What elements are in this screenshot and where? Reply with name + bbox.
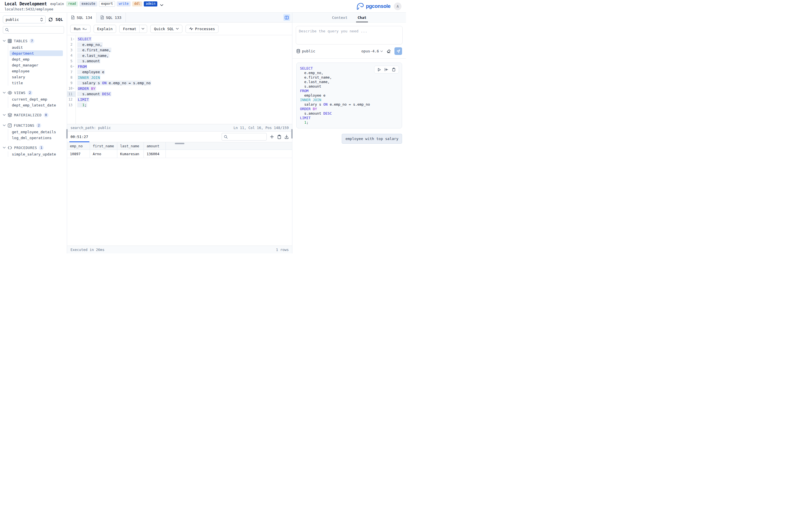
- sidebar-item-get_employee_details[interactable]: get_employee_details: [10, 129, 63, 135]
- editor-line-7[interactable]: 7 employee e: [67, 69, 292, 75]
- column-header-amount[interactable]: amount: [144, 142, 166, 150]
- quick-sql-button[interactable]: Quick SQL: [150, 25, 182, 33]
- editor-line-6[interactable]: 6▾FROM: [67, 64, 292, 69]
- sidebar-item-employee[interactable]: employee: [10, 68, 63, 74]
- sidebar-item-salary[interactable]: salary: [10, 74, 63, 80]
- line-code: INNER JOIN: [75, 75, 100, 80]
- run-button[interactable]: Run ⌘↵: [70, 25, 91, 33]
- line-number: 13: [68, 103, 72, 107]
- chevron-down-icon[interactable]: [3, 92, 6, 94]
- chevron-down-icon[interactable]: [3, 147, 6, 149]
- snippet-line: salary s ON e.emp_no = s.emp_no: [300, 102, 398, 107]
- result-tab-timestamp[interactable]: 00:51:27: [69, 131, 89, 142]
- format-button[interactable]: Format: [119, 25, 147, 33]
- results-search-input[interactable]: [221, 133, 267, 140]
- split-panel-icon[interactable]: [283, 14, 290, 21]
- sidebar-item-log_dml_operations[interactable]: log_dml_operations: [10, 135, 63, 140]
- column-header-last_name[interactable]: last_name: [117, 142, 144, 150]
- tab-sql-134[interactable]: SQL 134: [67, 13, 96, 22]
- sidebar-search-input[interactable]: [3, 26, 64, 34]
- section-header-procedures[interactable]: PROCEDURES1: [3, 144, 64, 151]
- sidebar-item-audit[interactable]: audit: [10, 45, 63, 50]
- refresh-icon[interactable]: [48, 17, 53, 22]
- insert-to-editor-icon[interactable]: [385, 68, 388, 71]
- user-avatar[interactable]: A: [394, 3, 402, 10]
- column-header-emp_no[interactable]: emp_no: [67, 142, 90, 150]
- editor-line-2[interactable]: 2 e.emp_no,: [67, 42, 292, 48]
- model-select[interactable]: opus-4.6: [361, 49, 383, 53]
- clear-chat-eraser-icon[interactable]: [386, 49, 391, 54]
- permission-badge-ddl[interactable]: ddl: [132, 1, 142, 7]
- schema-select[interactable]: public: [3, 15, 46, 23]
- editor-line-11[interactable]: 11 s.amount DESC: [67, 91, 292, 97]
- token: e.emp_no,: [300, 71, 323, 75]
- tab-context[interactable]: Context: [331, 13, 349, 22]
- tab-chat[interactable]: Chat: [356, 13, 368, 22]
- token: DESC: [102, 92, 111, 96]
- editor-line-13[interactable]: 13 1;: [67, 102, 292, 108]
- editor-line-5[interactable]: 5 s.amount: [67, 58, 292, 64]
- line-code: s.amount DESC: [75, 92, 111, 96]
- permission-badge-admin[interactable]: admin: [144, 1, 158, 7]
- sidebar-item-dept_emp_latest_date[interactable]: dept_emp_latest_date: [10, 102, 63, 108]
- chevron-down-icon[interactable]: [3, 114, 6, 116]
- quick-sql-chevron-down-icon: [176, 28, 179, 30]
- line-gutter: 13: [67, 102, 75, 108]
- sidebar-item-simple_salary_update[interactable]: simple_salary_update: [10, 151, 63, 157]
- fold-arrow-icon[interactable]: ▾: [72, 38, 75, 40]
- section-functions: fFUNCTIONS2get_employee_detailslog_dml_o…: [3, 122, 64, 140]
- permission-badge-write[interactable]: write: [117, 1, 131, 7]
- download-results-icon[interactable]: [285, 135, 289, 139]
- sql-mode-label[interactable]: SQL: [56, 17, 63, 22]
- editor-line-8[interactable]: 8INNER JOIN: [67, 75, 292, 80]
- results-resize-handle[interactable]: [175, 143, 185, 144]
- sidebar-item-dept_manager[interactable]: dept_manager: [10, 62, 63, 68]
- permission-badge-export[interactable]: export: [99, 1, 115, 7]
- table-row[interactable]: 10897ArnoKumaresan136004: [67, 150, 292, 158]
- chat-input[interactable]: Describe the query you need ...: [296, 26, 403, 45]
- editor-line-4[interactable]: 4 e.last_name,: [67, 53, 292, 59]
- panel-resize-handle[interactable]: [291, 129, 293, 138]
- run-snippet-play-icon[interactable]: [377, 68, 381, 71]
- svg-text:f: f: [9, 124, 11, 127]
- chat-schema-context[interactable]: public: [296, 49, 315, 53]
- user-message: employee with top salary: [342, 134, 402, 144]
- sql-editor[interactable]: 1▾SELECT2 e.emp_no,3 e.first_name,4 e.la…: [67, 35, 292, 124]
- fold-arrow-icon[interactable]: ▾: [72, 65, 75, 68]
- add-result-tab-icon[interactable]: [270, 135, 274, 139]
- copy-snippet-icon[interactable]: [392, 68, 396, 71]
- sidebar-item-department[interactable]: department: [10, 50, 63, 56]
- tab-sql-133[interactable]: SQL 133: [96, 13, 126, 22]
- sidebar-item-dept_emp[interactable]: dept_emp: [10, 56, 63, 62]
- connection-chevron-down-icon[interactable]: [160, 4, 163, 6]
- chevron-down-icon[interactable]: [3, 124, 6, 126]
- permission-badge-read[interactable]: read: [66, 1, 78, 7]
- section-header-views[interactable]: VIEWS2: [3, 89, 64, 96]
- line-number: 3: [70, 48, 72, 52]
- editor-line-1[interactable]: 1▾SELECT: [67, 36, 292, 42]
- section-header-materialized[interactable]: MATERIALIZED0: [3, 112, 64, 118]
- format-chevron-down-icon[interactable]: [142, 28, 144, 30]
- chevron-down-icon[interactable]: [3, 40, 6, 42]
- column-header-first_name[interactable]: first_name: [90, 142, 117, 150]
- editor-line-9[interactable]: 9 salary s ON e.emp_no = s.emp_no: [67, 80, 292, 86]
- fold-arrow-icon[interactable]: ▾: [72, 87, 75, 90]
- sidebar-item-current_dept_emp[interactable]: current_dept_emp: [10, 96, 63, 102]
- line-number: 5: [70, 59, 72, 63]
- section-header-functions[interactable]: fFUNCTIONS2: [3, 122, 64, 129]
- token: 1: [78, 103, 84, 107]
- editor-line-3[interactable]: 3 e.first_name,: [67, 47, 292, 53]
- sidebar-item-title[interactable]: title: [10, 80, 63, 86]
- permission-badge-execute[interactable]: execute: [80, 1, 97, 7]
- processes-button[interactable]: Processes: [186, 25, 218, 33]
- editor-line-12[interactable]: 12LIMIT: [67, 97, 292, 103]
- app-header: Local Development explain readexecuteexp…: [0, 0, 406, 13]
- send-message-button[interactable]: [395, 47, 402, 55]
- code-chunk: LIMIT: [77, 97, 89, 102]
- sidebar-resize-handle[interactable]: [66, 129, 68, 138]
- explain-button[interactable]: Explain: [94, 25, 116, 33]
- section-tables: TABLES7auditdepartmentdept_empdept_manag…: [3, 38, 64, 86]
- editor-line-10[interactable]: 10▾ORDER BY: [67, 86, 292, 92]
- section-header-tables[interactable]: TABLES7: [3, 38, 64, 44]
- copy-results-icon[interactable]: [277, 135, 282, 139]
